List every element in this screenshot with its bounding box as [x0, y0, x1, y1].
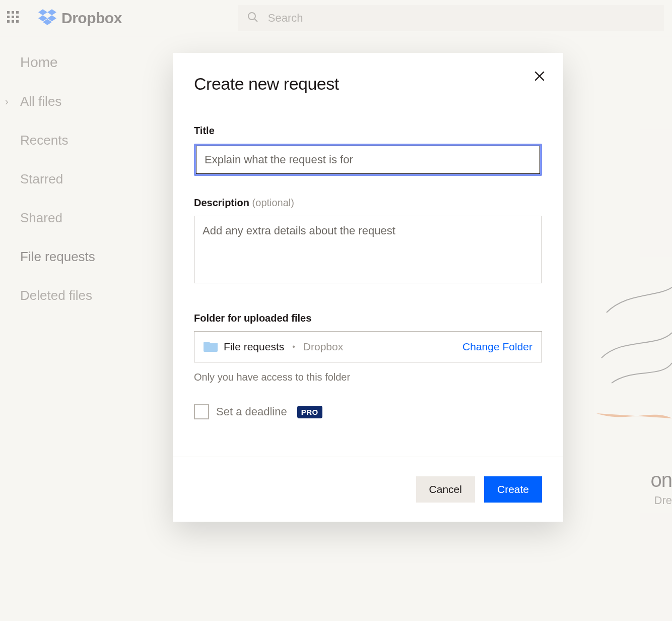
create-button[interactable]: Create	[484, 476, 542, 503]
pro-badge: PRO	[297, 406, 322, 418]
modal-title: Create new request	[194, 74, 542, 94]
description-label-text: Description	[194, 197, 249, 208]
folder-access-note: Only you have access to this folder	[194, 371, 542, 383]
description-input[interactable]	[194, 216, 542, 283]
folder-selector: File requests • Dropbox Change Folder	[194, 331, 542, 362]
folder-name: File requests	[224, 341, 284, 353]
description-field-label: Description (optional)	[194, 197, 542, 209]
cancel-button[interactable]: Cancel	[416, 476, 475, 503]
deadline-row: Set a deadline PRO	[194, 404, 542, 419]
folder-icon	[204, 340, 219, 354]
optional-hint: (optional)	[252, 197, 294, 208]
close-button[interactable]	[531, 68, 548, 85]
title-input[interactable]	[196, 146, 540, 174]
deadline-checkbox[interactable]	[194, 404, 209, 419]
folder-field-label: Folder for uploaded files	[194, 313, 542, 324]
close-icon	[533, 70, 546, 83]
title-input-focus-ring	[194, 144, 542, 176]
change-folder-link[interactable]: Change Folder	[462, 341, 532, 353]
title-field-label: Title	[194, 125, 542, 137]
folder-path: Dropbox	[303, 341, 343, 353]
deadline-label: Set a deadline	[216, 405, 287, 418]
create-request-modal: Create new request Title Description (op…	[173, 53, 563, 522]
modal-footer: Cancel Create	[173, 457, 563, 522]
separator-dot: •	[289, 342, 298, 351]
